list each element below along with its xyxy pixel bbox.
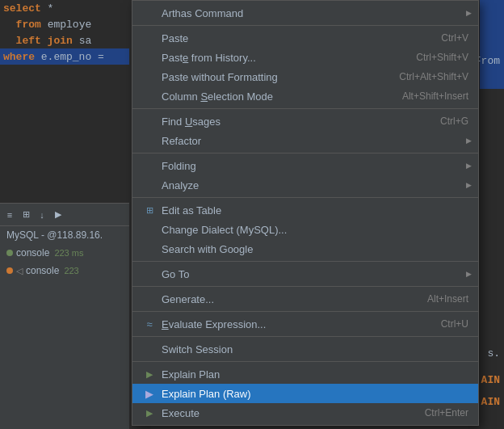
panel-toolbar: ≡ ⊞ ↓ ▶ xyxy=(0,204,129,226)
menu-item-column-selection[interactable]: Column Selection Mode Alt+Shift+Insert xyxy=(132,86,478,106)
table-icon: ⊞ xyxy=(142,203,157,217)
bottom-panel: ≡ ⊞ ↓ ▶ MySQL - @118.89.16. console 223 … xyxy=(0,203,129,429)
menu-item-folding[interactable]: Folding xyxy=(132,156,478,175)
menu-label-execute: Execute xyxy=(162,407,200,419)
db-label-text: MySQL - @118.89.16. xyxy=(6,229,103,241)
menu-item-evaluate[interactable]: ≈ Evaluate Expression... Ctrl+U xyxy=(132,314,478,334)
menu-item-switch-session[interactable]: Switch Session xyxy=(132,339,478,359)
context-menu: Arthas Command Paste Ctrl+V Paste from H… xyxy=(132,0,479,426)
shortcut-find-usages: Ctrl+G xyxy=(416,116,468,127)
shortcut-column-selection: Alt+Shift+Insert xyxy=(378,90,468,102)
menu-label-refactor: Refactor xyxy=(162,135,201,147)
menu-label-explain-plan-raw: Explain Plan (Raw) xyxy=(162,388,251,400)
editor-empty-line-2 xyxy=(0,81,129,97)
separator-8 xyxy=(132,336,478,337)
menu-label-find-usages: Find Usages xyxy=(162,116,220,128)
explain-plan-raw-icon: ▶ xyxy=(142,386,157,401)
editor-s-label: s. xyxy=(487,347,500,360)
find-usages-icon xyxy=(142,114,157,128)
console-item-2[interactable]: ◁ console 223 xyxy=(0,262,129,280)
menu-item-explain-plan-raw[interactable]: ▶ Explain Plan (Raw) xyxy=(132,384,478,403)
menu-label-paste-history: Paste from History... xyxy=(162,52,256,64)
arthas-icon xyxy=(142,6,157,20)
menu-item-explain-plan[interactable]: ▶ Explain Plan xyxy=(132,364,478,384)
menu-label-generate: Generate... xyxy=(162,293,214,305)
dialect-icon xyxy=(142,222,157,237)
separator-1 xyxy=(132,25,478,26)
menu-item-arthas-command[interactable]: Arthas Command xyxy=(132,3,478,23)
menu-item-change-dialect[interactable]: Change Dialect (MySQL)... xyxy=(132,220,478,239)
code-text-4: e.emp_no = xyxy=(35,51,104,63)
menu-item-paste[interactable]: Paste Ctrl+V xyxy=(132,28,478,48)
menu-item-generate[interactable]: Generate... Alt+Insert xyxy=(132,289,478,309)
google-icon xyxy=(142,242,157,256)
code-text-3: sa xyxy=(73,35,91,47)
toolbar-icon-grid[interactable]: ⊞ xyxy=(19,208,32,221)
menu-label-paste-no-format: Paste without Formatting xyxy=(162,71,278,83)
menu-label-explain-plan: Explain Plan xyxy=(162,368,220,381)
toolbar-icon-down[interactable]: ↓ xyxy=(36,208,48,221)
editor-line-3: left join sa xyxy=(0,32,129,48)
console-label-1: console xyxy=(16,247,49,259)
analyze-icon xyxy=(142,178,157,192)
menu-label-search-google: Search with Google xyxy=(162,243,253,255)
explain-plan-icon: ▶ xyxy=(142,367,157,381)
code-indent-3 xyxy=(3,35,16,47)
paste-icon xyxy=(142,31,157,45)
separator-3 xyxy=(132,153,478,154)
keyword-from: from xyxy=(16,19,41,31)
menu-label-analyze: Analyze xyxy=(162,179,199,191)
editor-line-1: select * xyxy=(0,0,129,16)
menu-label-go-to: Go To xyxy=(162,268,189,280)
menu-item-search-google[interactable]: Search with Google xyxy=(132,239,478,259)
menu-label-change-dialect: Change Dialect (MySQL)... xyxy=(162,224,287,236)
shortcut-paste-no-format: Ctrl+Alt+Shift+V xyxy=(375,71,468,82)
console-item-1[interactable]: console 223 ms xyxy=(0,244,129,262)
console-label-2: console xyxy=(26,265,59,276)
editor-selection-highlight xyxy=(480,0,504,89)
menu-label-evaluate: Evaluate Expression... xyxy=(162,318,266,330)
menu-item-paste-no-format[interactable]: Paste without Formatting Ctrl+Alt+Shift+… xyxy=(132,67,478,86)
toolbar-icon-play[interactable]: ▶ xyxy=(52,208,65,221)
menu-label-arthas: Arthas Command xyxy=(162,7,243,19)
console-time-1: 223 ms xyxy=(54,248,83,258)
separator-5 xyxy=(132,261,478,262)
shortcut-paste: Ctrl+V xyxy=(417,32,468,44)
ain-label-2: AIN xyxy=(481,396,500,408)
menu-item-analyze[interactable]: Analyze xyxy=(132,175,478,195)
toolbar-icon-menu[interactable]: ≡ xyxy=(3,208,16,221)
keyword-select: select xyxy=(3,2,41,15)
menu-label-edit-table: Edit as Table xyxy=(162,204,221,217)
code-text-2: employe xyxy=(41,19,91,31)
keyword-left: left join xyxy=(16,35,73,47)
menu-item-go-to[interactable]: Go To xyxy=(132,264,478,284)
switch-session-icon xyxy=(142,342,157,356)
db-connection-item: MySQL - @118.89.16. xyxy=(0,226,129,244)
column-selection-icon xyxy=(142,89,157,103)
separator-4 xyxy=(132,197,478,198)
shortcut-paste-history: Ctrl+Shift+V xyxy=(392,52,468,63)
separator-2 xyxy=(132,108,478,109)
paste-history-icon xyxy=(142,50,157,65)
menu-label-switch-session: Switch Session xyxy=(162,343,233,355)
console-dot-1 xyxy=(6,250,13,256)
shortcut-execute: Ctrl+Enter xyxy=(401,407,468,418)
menu-item-find-usages[interactable]: Find Usages Ctrl+G xyxy=(132,111,478,131)
menu-item-edit-table[interactable]: ⊞ Edit as Table xyxy=(132,200,478,220)
separator-7 xyxy=(132,311,478,312)
shortcut-generate: Alt+Insert xyxy=(403,293,468,305)
separator-6 xyxy=(132,286,478,287)
menu-item-execute[interactable]: ▶ Execute Ctrl+Enter xyxy=(132,403,478,423)
console-arrow: ◁ xyxy=(16,266,23,276)
console-dot-2 xyxy=(6,267,13,274)
menu-label-column-selection: Column Selection Mode xyxy=(162,90,273,103)
editor-line-2: from employe xyxy=(0,16,129,32)
menu-item-paste-history[interactable]: Paste from History... Ctrl+Shift+V xyxy=(132,48,478,67)
code-text-1: * xyxy=(41,2,54,15)
execute-icon: ▶ xyxy=(142,406,157,420)
menu-item-refactor[interactable]: Refactor xyxy=(132,131,478,150)
editor-line-4: where e.emp_no = xyxy=(0,48,129,65)
code-indent-2 xyxy=(3,19,16,31)
generate-icon xyxy=(142,292,157,306)
goto-icon xyxy=(142,267,157,281)
